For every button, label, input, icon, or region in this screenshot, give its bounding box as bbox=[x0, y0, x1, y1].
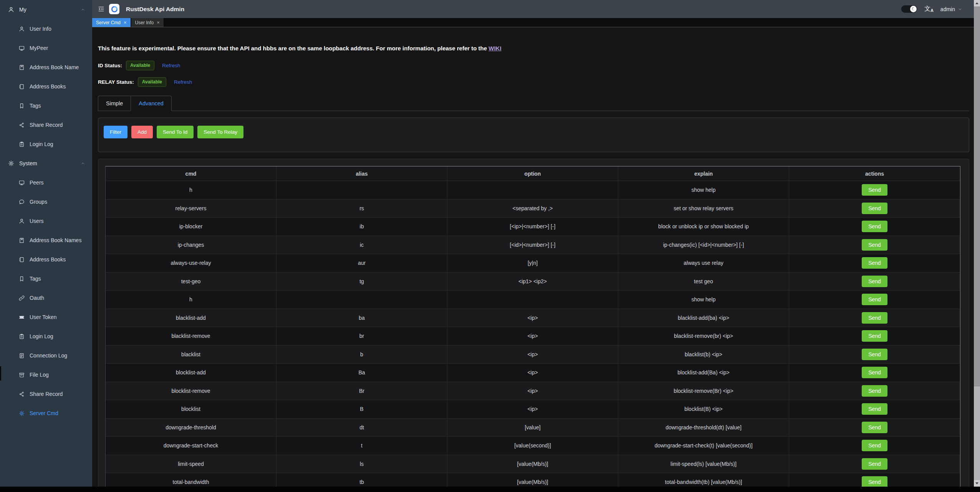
sidebar-item-user-info[interactable]: User Info bbox=[0, 19, 92, 38]
sidebar-item-share-record[interactable]: Share Record bbox=[0, 115, 92, 135]
view-tab-advanced[interactable]: Advanced bbox=[131, 96, 172, 111]
id-status-refresh-link[interactable]: Refresh bbox=[162, 63, 180, 68]
cell-option bbox=[447, 181, 618, 199]
sidebar-item-address-book-name[interactable]: Address Book Name bbox=[0, 58, 92, 77]
sidebar: My User Info MyPeer Address Book Name Ad… bbox=[0, 0, 92, 487]
sidebar-item-oauth[interactable]: Oauth bbox=[0, 288, 92, 308]
send-button[interactable]: Send bbox=[862, 203, 887, 214]
sidebar-item-tags[interactable]: Tags bbox=[0, 269, 92, 288]
sidebar-item-connection-log[interactable]: Connection Log bbox=[0, 346, 92, 365]
notice-text: This feature is experimental. Please ens… bbox=[98, 45, 487, 52]
table-row: h show help Send bbox=[106, 181, 960, 199]
send-button[interactable]: Send bbox=[862, 367, 887, 378]
send-button[interactable]: Send bbox=[862, 385, 887, 397]
table-row: blocklist-add Ba <ip> blocklist-add(Ba) … bbox=[106, 364, 960, 382]
page-tab-label: Server Cmd bbox=[96, 20, 121, 25]
share-icon bbox=[18, 122, 25, 128]
send-button[interactable]: Send bbox=[862, 184, 887, 196]
relay-status-refresh-link[interactable]: Refresh bbox=[174, 79, 192, 85]
cell-explain: show help bbox=[618, 291, 789, 309]
cell-explain: total-bandwidth(tb) [value(Mb/s)] bbox=[618, 473, 789, 487]
sidebar-item-file-log[interactable]: File Log bbox=[0, 365, 92, 384]
page-tabs: Server Cmd × User Info × bbox=[92, 18, 974, 27]
scroll-up-button[interactable] bbox=[974, 0, 980, 7]
user-menu[interactable]: admin bbox=[940, 6, 962, 12]
cell-alias: ba bbox=[276, 309, 447, 327]
cell-alias: b bbox=[276, 346, 447, 364]
scroll-down-button[interactable] bbox=[974, 480, 980, 487]
cell-cmd: total-bandwidth bbox=[106, 473, 276, 487]
cell-cmd: ip-changes bbox=[106, 236, 276, 254]
cell-cmd: test-geo bbox=[106, 273, 276, 291]
page-tab-user-info[interactable]: User Info × bbox=[131, 18, 164, 27]
cell-cmd: blocklist bbox=[106, 400, 276, 419]
theme-toggle[interactable]: ☾ bbox=[901, 5, 917, 13]
sidebar-item-groups[interactable]: Groups bbox=[0, 192, 92, 211]
column-header-cmd: cmd bbox=[106, 166, 276, 181]
sidebar-item-tags[interactable]: Tags bbox=[0, 96, 92, 115]
sidebar-section-system[interactable]: System bbox=[0, 154, 92, 173]
cell-option: [<ip>|<number>] [-] bbox=[447, 218, 618, 236]
relay-status-badge: Available bbox=[138, 77, 166, 86]
header-left: RustDesk Api Admin bbox=[98, 4, 184, 14]
sidebar-item-address-books[interactable]: Address Books bbox=[0, 77, 92, 96]
wiki-link[interactable]: WIKI bbox=[488, 45, 501, 52]
send-button[interactable]: Send bbox=[862, 221, 887, 232]
cell-explain: always use relay bbox=[618, 254, 789, 273]
view-tab-simple[interactable]: Simple bbox=[98, 96, 131, 111]
send-button[interactable]: Send bbox=[862, 349, 887, 360]
sidebar-item-login-log[interactable]: Login Log bbox=[0, 327, 92, 346]
cell-option: <ip> bbox=[447, 382, 618, 401]
sidebar-item-address-book-names[interactable]: Address Book Names bbox=[0, 231, 92, 250]
cell-alias: Ba bbox=[276, 364, 447, 382]
send-button[interactable]: Send bbox=[862, 476, 887, 487]
tab-close-icon[interactable]: × bbox=[124, 20, 127, 25]
cell-actions: Send bbox=[789, 346, 960, 364]
sidebar-item-login-log[interactable]: Login Log bbox=[0, 135, 92, 154]
send-button[interactable]: Send bbox=[862, 440, 887, 451]
sidebar-item-share-record[interactable]: Share Record bbox=[0, 384, 92, 404]
sidebar-section-my[interactable]: My bbox=[0, 0, 92, 19]
send-button[interactable]: Send bbox=[862, 239, 887, 251]
cell-explain: blocklist(B) <ip> bbox=[618, 400, 789, 419]
vertical-scrollbar[interactable] bbox=[974, 0, 980, 487]
cell-actions: Send bbox=[789, 291, 960, 309]
send-button[interactable]: Send bbox=[862, 312, 887, 324]
filter-button[interactable]: Filter bbox=[104, 126, 127, 138]
tab-close-icon[interactable]: × bbox=[157, 20, 160, 25]
notebook-icon bbox=[18, 83, 25, 90]
table-card: cmdaliasoptionexplainactions h show help… bbox=[98, 159, 969, 487]
column-header-explain: explain bbox=[618, 166, 789, 181]
send-to-relay-button[interactable]: Send To Relay bbox=[197, 126, 243, 138]
sidebar-item-users[interactable]: Users bbox=[0, 211, 92, 231]
send-to-id-button[interactable]: Send To Id bbox=[157, 126, 194, 138]
cell-option: [value(Mb/s)] bbox=[447, 455, 618, 474]
sidebar-item-peers[interactable]: Peers bbox=[0, 173, 92, 192]
cell-explain: ip-changes(ic) [<id>|<number>] [-] bbox=[618, 236, 789, 254]
chevron-down-icon bbox=[958, 7, 962, 12]
id-status-row: ID Status: Available Refresh bbox=[98, 61, 969, 70]
translate-icon[interactable]: 文A bbox=[924, 6, 934, 13]
cell-option: [y|n] bbox=[447, 254, 618, 273]
cell-option: [value] bbox=[447, 419, 618, 437]
add-button[interactable]: Add bbox=[131, 126, 153, 138]
send-button[interactable]: Send bbox=[862, 294, 887, 305]
send-button[interactable]: Send bbox=[862, 422, 887, 433]
cell-alias bbox=[276, 181, 447, 199]
sidebar-item-mypeer[interactable]: MyPeer bbox=[0, 38, 92, 58]
fold-menu-icon[interactable] bbox=[98, 5, 105, 13]
cell-actions: Send bbox=[789, 437, 960, 455]
page-tab-server-cmd[interactable]: Server Cmd × bbox=[92, 18, 131, 27]
column-header-actions: actions bbox=[789, 166, 960, 181]
send-button[interactable]: Send bbox=[862, 257, 887, 269]
cell-actions: Send bbox=[789, 218, 960, 236]
sidebar-item-user-token[interactable]: User Token bbox=[0, 308, 92, 327]
send-button[interactable]: Send bbox=[862, 458, 887, 470]
send-button[interactable]: Send bbox=[862, 330, 887, 342]
sidebar-item-address-books[interactable]: Address Books bbox=[0, 250, 92, 269]
send-button[interactable]: Send bbox=[862, 276, 887, 287]
cell-option bbox=[447, 291, 618, 309]
sidebar-item-server-cmd[interactable]: Server Cmd bbox=[0, 404, 92, 423]
scrollbar-thumb[interactable] bbox=[974, 7, 980, 386]
send-button[interactable]: Send bbox=[862, 403, 887, 415]
